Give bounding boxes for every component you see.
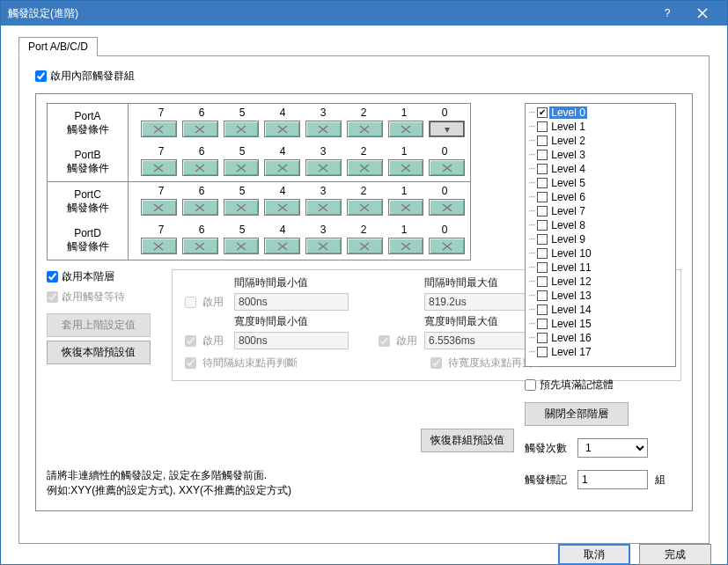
level-item[interactable]: ┈Level 6 [529, 190, 673, 204]
level-item[interactable]: ┈Level 10 [529, 246, 673, 260]
trigger-mark-input[interactable] [577, 470, 648, 489]
close-all-layers-button[interactable]: 關閉全部階層 [525, 402, 629, 426]
bit-cell[interactable] [264, 159, 300, 176]
level-item[interactable]: ┈Level 13 [529, 289, 673, 303]
enable-group-checkbox[interactable]: 啟用內部觸發群組 [35, 69, 135, 84]
bit-cell[interactable] [347, 199, 383, 216]
bit-cell[interactable] [141, 238, 177, 254]
bit-cell[interactable] [429, 159, 465, 176]
prefill-mem-checkbox[interactable]: 預先填滿記憶體 [525, 378, 614, 393]
level-checkbox[interactable] [537, 333, 548, 343]
tab-ports[interactable]: Port A/B/C/D [18, 37, 98, 56]
level-checkbox[interactable] [537, 305, 548, 315]
bit-cell[interactable] [388, 159, 424, 176]
level-checkbox[interactable] [537, 347, 548, 357]
restore-group-default-button[interactable]: 恢復群組預設值 [421, 429, 514, 452]
enable-layer-input[interactable] [47, 271, 58, 282]
level-item[interactable]: ┈Level 5 [529, 176, 673, 190]
level-item[interactable]: ┈Level 2 [529, 134, 673, 148]
bit-cell[interactable] [305, 199, 342, 216]
bit-cell[interactable] [264, 199, 300, 216]
close-button[interactable] [685, 1, 720, 26]
level-checkbox[interactable] [537, 150, 548, 160]
bit-cell[interactable] [141, 121, 177, 137]
bit-cell[interactable] [305, 159, 342, 176]
level-checkbox[interactable] [537, 220, 548, 231]
level-checkbox[interactable] [537, 192, 548, 202]
cancel-button[interactable]: 取消 [558, 544, 630, 565]
dontcare-icon [400, 202, 412, 213]
level-item[interactable]: ┈Level 7 [529, 204, 673, 218]
bit-header-cell: 4 [262, 106, 303, 119]
tree-branch-icon: ┈ [529, 219, 535, 231]
trigger-count-select[interactable]: 1 [577, 438, 648, 458]
bit-cell[interactable] [224, 199, 260, 216]
level-checkbox[interactable]: ✔ [537, 107, 548, 118]
level-checkbox[interactable] [537, 178, 548, 188]
level-item[interactable]: ┈Level 17 [529, 345, 673, 359]
port-label: PortA觸發條件 [48, 104, 129, 143]
level-checkbox[interactable] [537, 121, 548, 132]
level-item[interactable]: ┈✔Level 0 [529, 106, 673, 120]
tab-panel: 啟用內部觸發群組 PortA觸發條件76543210▾PortB觸發條件7654… [18, 55, 710, 544]
bit-cell[interactable] [264, 121, 300, 137]
prefill-mem-input[interactable] [525, 379, 536, 391]
level-item[interactable]: ┈Level 9 [529, 232, 673, 246]
enable-group-input[interactable] [35, 70, 47, 82]
bit-cell[interactable] [429, 238, 465, 254]
window-title: 觸發設定(進階) [8, 6, 650, 21]
restore-layer-button[interactable]: 恢復本階預設值 [47, 341, 151, 364]
bit-cell[interactable] [305, 121, 342, 137]
level-item[interactable]: ┈Level 12 [529, 275, 673, 289]
bit-cell[interactable] [182, 199, 218, 216]
apply-prev-button: 套用上階設定值 [47, 313, 151, 337]
trigger-count-label: 觸發次數 [525, 441, 570, 456]
level-item[interactable]: ┈Level 11 [529, 260, 673, 275]
level-tree[interactable]: ┈✔Level 0┈Level 1┈Level 2┈Level 3┈Level … [525, 103, 676, 367]
port-cond-label: 觸發條件 [67, 122, 109, 137]
bit-cell[interactable] [224, 121, 260, 137]
level-item[interactable]: ┈Level 16 [529, 331, 673, 345]
bit-cell[interactable] [429, 199, 465, 216]
dontcare-icon [441, 241, 453, 252]
bit-cell[interactable]: ▾ [429, 121, 465, 137]
bit-cell[interactable] [347, 159, 383, 176]
enable-layer-checkbox[interactable]: 啟用本階層 [47, 269, 163, 284]
level-checkbox[interactable] [537, 319, 548, 329]
wait-interval-end-label: 待間隔結束點再判斷 [202, 356, 298, 371]
level-item[interactable]: ┈Level 4 [529, 162, 673, 176]
level-checkbox[interactable] [537, 164, 548, 174]
level-label: Level 7 [549, 205, 587, 217]
level-checkbox[interactable] [537, 234, 548, 245]
bit-cell[interactable] [305, 238, 342, 254]
level-item[interactable]: ┈Level 14 [529, 303, 673, 317]
level-tree-scroll[interactable]: ┈✔Level 0┈Level 1┈Level 2┈Level 3┈Level … [526, 104, 675, 366]
level-checkbox[interactable] [537, 262, 548, 273]
bit-header-cell: 5 [222, 106, 262, 119]
bit-cell[interactable] [141, 159, 177, 176]
bit-cell[interactable] [388, 199, 424, 216]
level-item[interactable]: ┈Level 1 [529, 120, 673, 134]
level-checkbox[interactable] [537, 290, 548, 301]
level-checkbox[interactable] [537, 276, 548, 287]
bit-cell[interactable] [182, 159, 218, 176]
bit-cell[interactable] [141, 199, 177, 216]
level-item[interactable]: ┈Level 15 [529, 317, 673, 331]
bit-cell[interactable] [388, 121, 424, 137]
level-label: Level 8 [549, 219, 587, 231]
bit-cell[interactable] [347, 238, 383, 254]
level-item[interactable]: ┈Level 3 [529, 148, 673, 162]
bit-cell[interactable] [347, 121, 383, 137]
bit-cell[interactable] [224, 159, 260, 176]
bit-cell[interactable] [388, 238, 424, 254]
level-checkbox[interactable] [537, 248, 548, 259]
bit-cell[interactable] [182, 238, 218, 254]
level-checkbox[interactable] [537, 206, 548, 216]
bit-cell[interactable] [264, 238, 300, 254]
ok-button[interactable]: 完成 [639, 544, 711, 565]
bit-cell[interactable] [182, 121, 218, 137]
level-checkbox[interactable] [537, 136, 548, 146]
level-item[interactable]: ┈Level 8 [529, 218, 673, 232]
bit-cell[interactable] [224, 238, 260, 254]
help-button[interactable]: ? [650, 1, 685, 26]
